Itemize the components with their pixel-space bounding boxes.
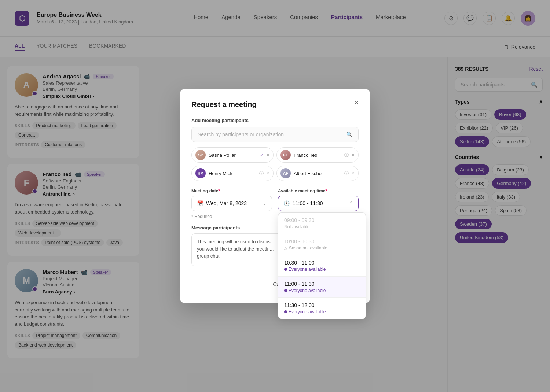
time-range: 11:30 - 12:00 (284, 302, 360, 308)
time-option-1000[interactable]: 10:00 - 10:30 △ Sasha not available (278, 234, 366, 255)
request-meeting-modal: Request a meeting × Add meeting particip… (180, 89, 370, 303)
available-time-field: Available meeting time* 🕐 11:00 - 11:30 … (278, 188, 359, 211)
clock-icon: 🕐 (283, 200, 290, 206)
available-time-label: Available meeting time* (278, 188, 359, 193)
calendar-icon: 📅 (197, 200, 203, 206)
meeting-date-input[interactable]: 📅 Wed, Mar 8, 2023 ⌄ (191, 196, 272, 211)
modal-overlay[interactable]: Request a meeting × Add meeting particip… (0, 0, 550, 392)
chip-name-sasha: Sasha Pollar (209, 152, 257, 158)
verified-icon: ✓ (260, 152, 264, 158)
chip-avatar-albert: AF (280, 168, 291, 178)
chip-avatar-franco: FT (280, 150, 291, 160)
chip-sasha: SP Sasha Pollar ✓ × (191, 147, 274, 163)
chip-remove-franco[interactable]: × (352, 152, 355, 158)
time-range: 09:00 - 09:30 (284, 217, 360, 223)
chevron-up-icon: ⌃ (349, 201, 353, 206)
modal-title: Request a meeting (191, 100, 359, 109)
participant-chips: SP Sasha Pollar ✓ × FT Franco Ted ⓘ × HM… (191, 147, 359, 181)
info-icon: ⓘ (344, 152, 349, 158)
time-option-1030[interactable]: 10:30 - 11:00 Everyone available (278, 255, 366, 277)
info-icon: ⓘ (344, 170, 349, 177)
time-option-1100[interactable]: 11:00 - 11:30 Everyone available (278, 277, 366, 298)
chip-remove-albert[interactable]: × (352, 171, 355, 176)
chip-albert: AF Albert Fischer ⓘ × (276, 166, 359, 181)
chip-name-albert: Albert Fischer (294, 171, 341, 176)
meeting-date-field: Meeting date* 📅 Wed, Mar 8, 2023 ⌄ (191, 188, 272, 211)
time-status: Everyone available (284, 309, 360, 314)
time-option-1130[interactable]: 11:30 - 12:00 Everyone available (278, 298, 366, 319)
meeting-date-value: Wed, Mar 8, 2023 (206, 200, 260, 206)
info-icon: ⓘ (259, 170, 264, 177)
chip-remove-sasha[interactable]: × (267, 152, 270, 158)
chevron-down-icon: ⌄ (263, 201, 267, 206)
available-time-input[interactable]: 🕐 11:00 - 11:30 ⌃ (278, 196, 359, 211)
time-status: Everyone available (284, 267, 360, 272)
chip-franco: FT Franco Ted ⓘ × (276, 147, 359, 163)
chip-avatar-sasha: SP (195, 150, 206, 160)
chip-avatar-henry: HM (195, 168, 206, 178)
time-status: △ Sasha not available (284, 245, 360, 251)
add-participants-label: Add meeting participants (191, 118, 359, 123)
participant-search-input[interactable]: Search by participants or organization 🔍 (191, 127, 359, 142)
meeting-fields: Meeting date* 📅 Wed, Mar 8, 2023 ⌄ Avail… (191, 188, 359, 211)
chip-remove-henry[interactable]: × (267, 171, 270, 176)
time-range: 10:00 - 10:30 (284, 238, 360, 244)
time-status: Everyone available (284, 288, 360, 293)
chip-name-henry: Henry Mick (209, 171, 256, 176)
search-icon: 🔍 (346, 132, 352, 137)
selected-time-value: 11:00 - 11:30 (293, 200, 346, 206)
modal-close-button[interactable]: × (351, 97, 362, 108)
time-range: 11:00 - 11:30 (284, 281, 360, 287)
meeting-date-label: Meeting date* (191, 188, 272, 193)
chip-henry: HM Henry Mick ⓘ × (191, 166, 274, 181)
chip-name-franco: Franco Ted (294, 152, 341, 158)
time-option-0900[interactable]: 09:00 - 09:30 Not available (278, 213, 366, 234)
time-dropdown: 09:00 - 09:30 Not available 10:00 - 10:3… (278, 212, 366, 319)
app: ⬡ Europe Business Week March 6 - 12, 202… (0, 0, 550, 392)
time-status: Not available (284, 224, 360, 229)
time-range: 10:30 - 11:00 (284, 260, 360, 266)
